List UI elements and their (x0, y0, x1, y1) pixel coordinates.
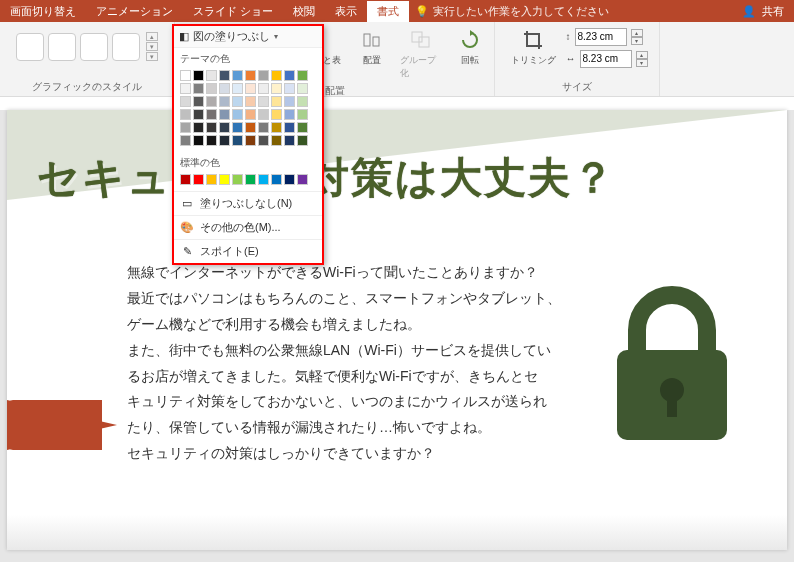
gallery-scroll[interactable]: ▴ ▾ ▾ (146, 32, 158, 61)
no-fill-item[interactable]: ▭ 塗りつぶしなし(N) (174, 191, 322, 215)
color-swatch[interactable] (284, 109, 295, 120)
chevron-down-icon[interactable]: ▾ (631, 37, 643, 45)
more-colors-item[interactable]: 🎨 その他の色(M)... (174, 215, 322, 239)
color-swatch[interactable] (219, 109, 230, 120)
ribbon-tab[interactable]: 表示 (325, 1, 367, 22)
ribbon-tab[interactable]: 書式 (367, 1, 409, 22)
color-swatch[interactable] (193, 109, 204, 120)
chevron-down-icon[interactable]: ▾ (636, 59, 648, 67)
color-swatch[interactable] (232, 96, 243, 107)
share-button[interactable]: 共有 (762, 4, 784, 19)
color-swatch[interactable] (297, 83, 308, 94)
color-swatch[interactable] (258, 174, 269, 185)
color-swatch[interactable] (284, 96, 295, 107)
color-swatch[interactable] (232, 122, 243, 133)
width-input[interactable] (580, 50, 632, 68)
color-swatch[interactable] (206, 83, 217, 94)
color-swatch[interactable] (180, 135, 191, 146)
color-swatch[interactable] (258, 96, 269, 107)
color-swatch[interactable] (232, 70, 243, 81)
color-swatch[interactable] (297, 135, 308, 146)
style-swatch[interactable] (48, 33, 76, 61)
color-swatch[interactable] (271, 135, 282, 146)
color-swatch[interactable] (193, 135, 204, 146)
ribbon-tab[interactable]: アニメーション (86, 1, 183, 22)
color-swatch[interactable] (271, 174, 282, 185)
color-swatch[interactable] (245, 135, 256, 146)
align-button[interactable]: 配置 (354, 26, 390, 69)
color-swatch[interactable] (219, 122, 230, 133)
tell-me-search[interactable]: 💡 実行したい作業を入力してください (415, 4, 609, 19)
crop-button[interactable]: トリミング (507, 26, 560, 69)
color-swatch[interactable] (193, 83, 204, 94)
ribbon-tab[interactable]: スライド ショー (183, 1, 283, 22)
style-swatch[interactable] (16, 33, 44, 61)
color-swatch[interactable] (206, 135, 217, 146)
color-swatch[interactable] (180, 109, 191, 120)
color-swatch[interactable] (232, 135, 243, 146)
eyedropper-item[interactable]: ✎ スポイト(E) (174, 239, 322, 263)
color-swatch[interactable] (258, 109, 269, 120)
color-swatch[interactable] (219, 174, 230, 185)
color-swatch[interactable] (271, 96, 282, 107)
color-swatch[interactable] (297, 174, 308, 185)
color-swatch[interactable] (284, 122, 295, 133)
group-button[interactable]: グループ化 (396, 26, 447, 82)
slide-body-text[interactable]: 無線でインターネットができるWi-Fiって聞いたことありますか？最近ではパソコン… (127, 260, 607, 467)
gallery-more-icon[interactable]: ▾ (146, 52, 158, 61)
color-swatch[interactable] (245, 174, 256, 185)
style-swatch[interactable] (80, 33, 108, 61)
color-swatch[interactable] (245, 96, 256, 107)
style-swatch[interactable] (112, 33, 140, 61)
color-swatch[interactable] (284, 70, 295, 81)
slide-title[interactable]: セキュリティ対策は大丈夫？ (37, 150, 767, 206)
color-swatch[interactable] (245, 70, 256, 81)
color-swatch[interactable] (206, 70, 217, 81)
color-swatch[interactable] (271, 83, 282, 94)
styles-gallery[interactable]: ▴ ▾ ▾ (12, 26, 162, 67)
color-swatch[interactable] (180, 70, 191, 81)
chevron-up-icon[interactable]: ▴ (146, 32, 158, 41)
slide[interactable]: セキュリティ対策は大丈夫？ 無線でインターネットができるWi-Fiって聞いたこと… (7, 110, 787, 550)
color-swatch[interactable] (219, 70, 230, 81)
color-swatch[interactable] (245, 83, 256, 94)
color-swatch[interactable] (245, 122, 256, 133)
color-swatch[interactable] (258, 83, 269, 94)
color-swatch[interactable] (271, 70, 282, 81)
color-swatch[interactable] (284, 135, 295, 146)
color-swatch[interactable] (180, 96, 191, 107)
height-spinner[interactable]: ↕ ▴▾ (566, 28, 648, 46)
color-swatch[interactable] (271, 109, 282, 120)
color-swatch[interactable] (180, 122, 191, 133)
color-swatch[interactable] (193, 122, 204, 133)
width-spinner[interactable]: ↔ ▴▾ (566, 50, 648, 68)
color-swatch[interactable] (206, 109, 217, 120)
chevron-down-icon[interactable]: ▾ (146, 42, 158, 51)
color-swatch[interactable] (245, 109, 256, 120)
ribbon-tab[interactable]: 校閲 (283, 1, 325, 22)
height-input[interactable] (575, 28, 627, 46)
color-swatch[interactable] (232, 174, 243, 185)
color-swatch[interactable] (297, 122, 308, 133)
ribbon-tab[interactable]: 画面切り替え (0, 1, 86, 22)
color-swatch[interactable] (180, 174, 191, 185)
color-swatch[interactable] (258, 70, 269, 81)
color-swatch[interactable] (206, 122, 217, 133)
color-swatch[interactable] (193, 70, 204, 81)
color-swatch[interactable] (206, 174, 217, 185)
lock-icon[interactable] (597, 280, 747, 454)
chevron-up-icon[interactable]: ▴ (631, 29, 643, 37)
color-swatch[interactable] (219, 135, 230, 146)
shape-fill-button[interactable]: ◧ 図の塗りつぶし ▾ (174, 26, 322, 48)
color-swatch[interactable] (219, 96, 230, 107)
color-swatch[interactable] (232, 83, 243, 94)
color-swatch[interactable] (180, 83, 191, 94)
color-swatch[interactable] (193, 96, 204, 107)
color-swatch[interactable] (284, 83, 295, 94)
color-swatch[interactable] (297, 109, 308, 120)
color-swatch[interactable] (271, 122, 282, 133)
color-swatch[interactable] (297, 70, 308, 81)
color-swatch[interactable] (206, 96, 217, 107)
rotate-button[interactable]: 回転 (452, 26, 488, 69)
color-swatch[interactable] (297, 96, 308, 107)
